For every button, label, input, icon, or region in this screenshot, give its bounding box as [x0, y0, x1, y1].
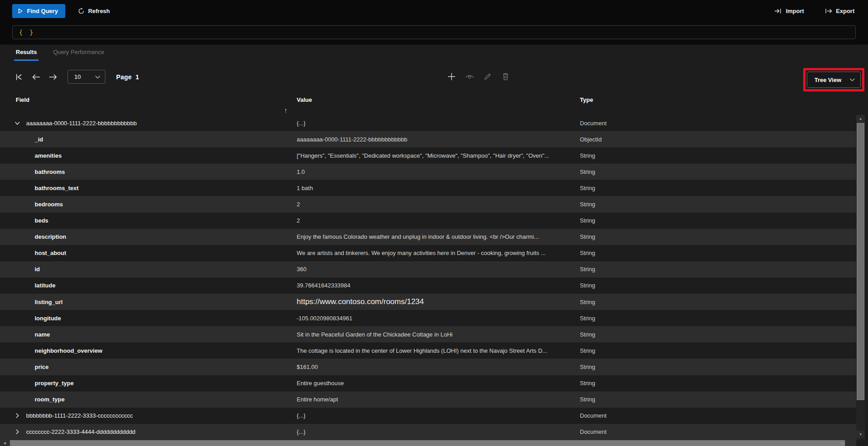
field-name: bbbbbbbb-1111-2222-3333-cccccccccccc	[26, 412, 133, 419]
value-cell: ["Hangers", "Essentials", "Dedicated wor…	[297, 147, 572, 164]
scroll-left-button[interactable]: ◀	[1, 440, 8, 446]
column-header-type[interactable]: Type	[580, 96, 593, 103]
field-cell: bedrooms	[0, 196, 63, 212]
edit-document-button[interactable]	[482, 71, 493, 82]
table-row[interactable]: host_aboutWe are artists and tinkerers. …	[0, 245, 856, 261]
field-name: neighborhood_overview	[35, 347, 102, 354]
prev-page-button[interactable]	[31, 72, 41, 82]
field-name: listing_url	[35, 299, 63, 305]
field-cell: bathrooms_text	[0, 180, 79, 196]
field-cell: bbbbbbbb-1111-2222-3333-cccccccccccc	[0, 408, 133, 424]
next-page-button[interactable]	[48, 72, 59, 82]
field-cell: _id	[0, 131, 43, 147]
column-header-value[interactable]: Value	[297, 96, 312, 103]
table-row[interactable]: nameSit in the Peaceful Garden of the Ch…	[0, 326, 856, 342]
value-cell: {...}	[297, 408, 572, 424]
find-query-label: Find Query	[27, 8, 58, 14]
field-cell: amenities	[0, 147, 62, 164]
find-query-button[interactable]: Find Query	[12, 4, 65, 18]
horizontal-scrollbar-thumb[interactable]	[10, 440, 845, 446]
chevron-down-icon	[95, 75, 100, 79]
value-cell: The cottage is located in the center of …	[297, 342, 572, 359]
table-row[interactable]: bathrooms_text1 bathString	[0, 180, 856, 196]
field-name: latitude	[35, 282, 55, 289]
horizontal-scrollbar[interactable]: ◀ ▶	[0, 440, 856, 446]
chevron-right-icon[interactable]	[14, 428, 21, 436]
export-icon	[825, 8, 832, 14]
page-size-dropdown[interactable]: 10	[68, 70, 105, 84]
value-cell: Sit in the Peaceful Garden of the Chicka…	[297, 326, 572, 342]
type-cell: String	[580, 326, 595, 342]
table-row[interactable]: bathrooms1.0String	[0, 164, 856, 180]
field-name: room_type	[35, 396, 64, 403]
chevron-down-icon	[850, 78, 855, 82]
view-document-button[interactable]	[464, 71, 475, 82]
table-row[interactable]: latitude39.76641642333984String	[0, 278, 856, 294]
table-row[interactable]: id360String	[0, 261, 856, 278]
document-actions	[446, 71, 511, 82]
table-row[interactable]: _idaaaaaaaa-0000-1111-2222-bbbbbbbbbbbbO…	[0, 131, 856, 147]
view-mode-dropdown[interactable]: Tree View	[807, 72, 861, 88]
field-cell: room_type	[0, 391, 64, 408]
column-header-field[interactable]: Field	[16, 96, 29, 103]
table-row[interactable]: aaaaaaaa-0000-1111-2222-bbbbbbbbbbbb{...…	[0, 115, 856, 131]
chevron-down-icon[interactable]	[14, 119, 21, 127]
export-button[interactable]: Export	[820, 4, 859, 18]
add-document-button[interactable]	[446, 71, 457, 82]
scroll-up-button[interactable]: ▲	[856, 115, 865, 123]
scroll-right-button[interactable]: ▶	[839, 440, 846, 446]
export-label: Export	[836, 8, 854, 14]
field-cell: listing_url	[0, 294, 63, 310]
value-cell: Enjoy the famous Colorado weather and un…	[297, 229, 572, 245]
tab-query-performance[interactable]: Query Performance	[53, 49, 104, 61]
vertical-scrollbar-thumb[interactable]	[857, 123, 864, 400]
table-row[interactable]: descriptionEnjoy the famous Colorado wea…	[0, 229, 856, 245]
table-body: aaaaaaaa-0000-1111-2222-bbbbbbbbbbbb{...…	[0, 115, 856, 440]
toolbar-right: Import Export	[770, 4, 859, 18]
import-button[interactable]: Import	[770, 4, 808, 18]
table-row[interactable]: property_typeEntire guesthouseString	[0, 375, 856, 391]
type-cell: ObjectId	[580, 131, 601, 147]
sort-ascending-icon: ↑	[284, 106, 288, 114]
value-cell: 360	[297, 261, 572, 278]
table-row[interactable]: amenities["Hangers", "Essentials", "Dedi…	[0, 147, 856, 164]
type-cell: String	[580, 196, 595, 212]
vertical-scrollbar[interactable]: ▲ ▼	[856, 115, 865, 440]
value-cell: 1 bath	[297, 180, 572, 196]
view-dropdown-highlight: Tree View	[803, 68, 864, 91]
field-cell: longitude	[0, 310, 61, 326]
value-cell: {...}	[297, 115, 572, 131]
table-row[interactable]: bedrooms2String	[0, 196, 856, 212]
type-cell: String	[580, 180, 595, 196]
table-row[interactable]: price$161.00String	[0, 359, 856, 375]
table-row[interactable]: cccccccc-2222-3333-4444-dddddddddddd{...…	[0, 424, 856, 440]
field-name: bathrooms_text	[35, 185, 79, 191]
table-row[interactable]: neighborhood_overviewThe cottage is loca…	[0, 342, 856, 359]
table-row[interactable]: longitude-105.0020980834961String	[0, 310, 856, 326]
type-cell: Document	[580, 115, 606, 131]
value-cell: {...}	[297, 424, 572, 440]
table-row[interactable]: bbbbbbbb-1111-2222-3333-cccccccccccc{...…	[0, 408, 856, 424]
field-name: name	[35, 331, 50, 338]
first-page-button[interactable]	[14, 72, 24, 82]
field-cell: name	[0, 326, 50, 342]
type-cell: String	[580, 278, 595, 294]
scroll-down-button[interactable]: ▼	[856, 431, 865, 438]
field-cell: aaaaaaaa-0000-1111-2222-bbbbbbbbbbbb	[0, 115, 137, 131]
table-row[interactable]: beds2String	[0, 213, 856, 229]
query-editor-input[interactable]: { }	[12, 25, 856, 39]
type-cell: String	[580, 294, 595, 310]
refresh-button[interactable]: Refresh	[73, 4, 114, 18]
refresh-label: Refresh	[88, 8, 110, 14]
field-name: price	[35, 364, 49, 370]
tab-bar: Results Query Performance	[16, 49, 104, 61]
value-cell: $161.00	[297, 359, 572, 375]
field-cell: beds	[0, 213, 48, 229]
field-cell: description	[0, 229, 66, 245]
value-cell: 2	[297, 196, 572, 212]
chevron-right-icon[interactable]	[14, 412, 21, 419]
table-row[interactable]: room_typeEntire home/aptString	[0, 391, 856, 408]
tab-results[interactable]: Results	[16, 49, 37, 61]
delete-document-button[interactable]	[500, 71, 511, 82]
table-row[interactable]: listing_urlhttps://www.contoso.com/rooms…	[0, 294, 856, 310]
